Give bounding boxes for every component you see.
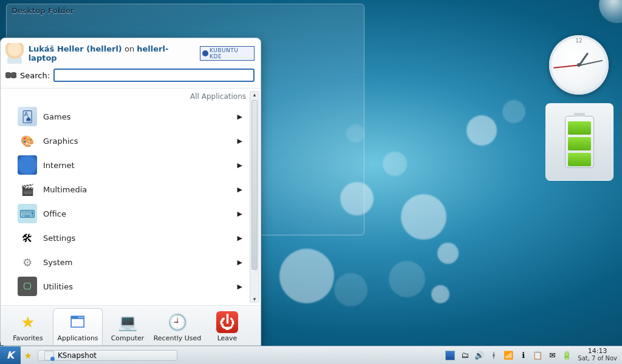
breadcrumb[interactable]: All Applications <box>190 92 246 101</box>
ksnapshot-icon <box>44 351 54 360</box>
multimedia-icon <box>18 180 37 199</box>
user-line: Lukáš Heller (hellerl) on hellerl-laptop <box>29 44 196 62</box>
analog-clock-widget[interactable]: 12 <box>549 35 609 95</box>
kubuntu-logo-icon <box>202 50 208 56</box>
scroll-thumb[interactable] <box>251 100 258 270</box>
games-icon <box>18 107 37 126</box>
tab-applications[interactable]: 🗔Applications <box>53 308 103 345</box>
category-settings[interactable]: Settings▶ <box>1 226 248 250</box>
scroll-down-icon[interactable]: ▾ <box>250 296 259 302</box>
category-label: Games <box>43 112 238 121</box>
volume-icon[interactable]: 🔊 <box>474 351 484 360</box>
user-avatar-icon <box>5 43 24 64</box>
graphics-icon <box>18 131 37 150</box>
taskbar-item-label: KSnapshot <box>58 351 97 360</box>
kickoff-button[interactable]: K <box>0 346 21 365</box>
chevron-right-icon: ▶ <box>238 186 242 194</box>
system-icon <box>18 252 37 272</box>
bluetooth-icon[interactable]: ᚼ <box>489 351 499 360</box>
network-icon[interactable]: 📶 <box>504 351 513 360</box>
kubuntu-kde-badge[interactable]: KUBUNTU KDE <box>200 46 255 61</box>
internet-icon <box>18 155 37 175</box>
recently-used-icon: 🕘 <box>166 311 188 333</box>
tab-label: Recently Used <box>152 334 202 342</box>
battery-widget[interactable] <box>545 103 613 181</box>
battery-icon[interactable]: 🔋 <box>562 351 572 360</box>
taskbar: K ★ KSnapshot 🗂🔊ᚼ📶ℹ📋✉🔋 14:13 Sat, 7 of N… <box>0 346 622 364</box>
category-label: System <box>43 258 238 267</box>
category-multimedia[interactable]: Multimedia▶ <box>1 177 248 201</box>
info-icon[interactable]: ℹ <box>518 351 528 360</box>
search-label: Search: <box>20 71 50 80</box>
panel-clock[interactable]: 14:13 Sat, 7 of Nov <box>575 346 622 364</box>
quicklaunch-star-icon[interactable]: ★ <box>21 351 35 360</box>
chevron-right-icon: ▶ <box>238 137 242 145</box>
tab-computer[interactable]: 💻Computer <box>103 309 152 345</box>
desktop-pager-icon[interactable] <box>445 351 455 360</box>
kickoff-launcher: Lukáš Heller (hellerl) on hellerl-laptop… <box>0 38 261 346</box>
clipboard-icon[interactable]: 📋 <box>533 351 542 360</box>
search-input[interactable] <box>53 69 255 82</box>
panel-time: 14:13 <box>578 348 617 355</box>
desktop-folder-title: Desktop Folder <box>7 4 364 18</box>
scrollbar[interactable]: ▴ ▾ <box>250 91 259 303</box>
tab-label: Leave <box>202 334 252 342</box>
chevron-right-icon: ▶ <box>238 210 242 218</box>
category-label: Settings <box>43 234 238 243</box>
computer-icon: 💻 <box>117 311 138 333</box>
tab-recently-used[interactable]: 🕘Recently Used <box>152 309 202 345</box>
plasma-cashew[interactable] <box>599 0 622 23</box>
applications-icon: 🗔 <box>67 311 89 333</box>
chevron-right-icon: ▶ <box>238 161 242 169</box>
chevron-right-icon: ▶ <box>238 113 242 121</box>
tab-label: Computer <box>103 334 152 342</box>
category-system[interactable]: System▶ <box>1 250 248 274</box>
category-office[interactable]: Office▶ <box>1 201 248 226</box>
category-label: Multimedia <box>43 185 238 194</box>
utilities-icon <box>18 277 37 296</box>
clock-numeral-12: 12 <box>575 38 582 44</box>
tab-leave[interactable]: ⏻Leave <box>202 309 252 345</box>
category-utilities[interactable]: Utilities▶ <box>1 274 248 298</box>
tab-label: Applications <box>53 334 102 342</box>
tab-label: Favorites <box>3 334 53 342</box>
office-icon <box>18 204 37 223</box>
taskbar-item-ksnapshot[interactable]: KSnapshot <box>38 350 177 361</box>
folder-open-icon[interactable]: 🗂 <box>460 351 470 360</box>
settings-icon <box>18 228 37 248</box>
chevron-right-icon: ▶ <box>238 258 242 266</box>
category-games[interactable]: Games▶ <box>1 104 248 129</box>
category-graphics[interactable]: Graphics▶ <box>1 129 248 153</box>
mail-icon[interactable]: ✉ <box>547 351 557 360</box>
user-display-name: Lukáš Heller (hellerl) <box>29 44 122 53</box>
chevron-right-icon: ▶ <box>238 283 242 291</box>
tab-favorites[interactable]: ★Favorites <box>3 309 53 345</box>
category-label: Office <box>43 209 238 218</box>
category-label: Internet <box>43 161 238 170</box>
battery-icon <box>565 116 594 168</box>
leave-icon: ⏻ <box>216 311 238 333</box>
favorites-icon: ★ <box>17 311 39 333</box>
clock-second-hand <box>553 65 579 69</box>
scroll-up-icon[interactable]: ▴ <box>250 92 259 98</box>
category-label: Utilities <box>43 282 238 291</box>
panel-date: Sat, 7 of Nov <box>578 355 617 362</box>
binoculars-icon <box>5 71 16 79</box>
chevron-right-icon: ▶ <box>238 234 242 242</box>
category-label: Graphics <box>43 136 238 146</box>
category-internet[interactable]: Internet▶ <box>1 153 248 177</box>
